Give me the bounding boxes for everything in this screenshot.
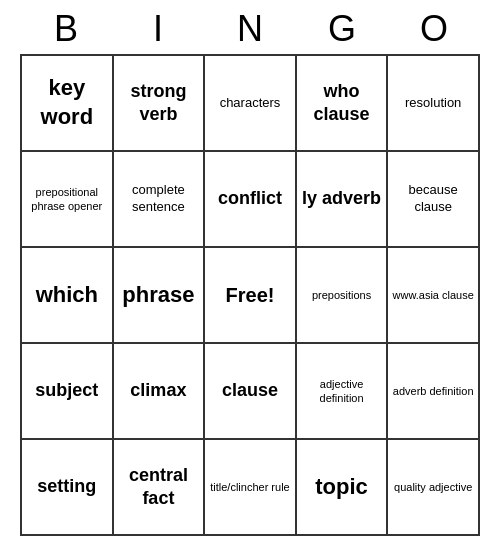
bingo-cell-2-1[interactable]: phrase	[114, 248, 206, 344]
bingo-cell-0-2[interactable]: characters	[205, 56, 297, 152]
bingo-cell-3-2[interactable]: clause	[205, 344, 297, 440]
bingo-row-1: prepositional phrase openercomplete sent…	[22, 152, 480, 248]
bingo-grid: key wordstrong verbcharacterswho clauser…	[20, 54, 480, 536]
bingo-header: B I N G O	[20, 0, 480, 54]
letter-o: O	[392, 8, 476, 50]
bingo-cell-3-4[interactable]: adverb definition	[388, 344, 480, 440]
bingo-cell-0-3[interactable]: who clause	[297, 56, 389, 152]
bingo-cell-1-0[interactable]: prepositional phrase opener	[22, 152, 114, 248]
bingo-cell-4-4[interactable]: quality adjective	[388, 440, 480, 536]
bingo-cell-4-3[interactable]: topic	[297, 440, 389, 536]
letter-b: B	[24, 8, 108, 50]
bingo-cell-3-1[interactable]: climax	[114, 344, 206, 440]
bingo-cell-1-4[interactable]: because clause	[388, 152, 480, 248]
bingo-cell-0-1[interactable]: strong verb	[114, 56, 206, 152]
letter-n: N	[208, 8, 292, 50]
bingo-cell-3-0[interactable]: subject	[22, 344, 114, 440]
bingo-cell-1-3[interactable]: ly adverb	[297, 152, 389, 248]
letter-g: G	[300, 8, 384, 50]
letter-i: I	[116, 8, 200, 50]
bingo-cell-2-2[interactable]: Free!	[205, 248, 297, 344]
bingo-cell-2-0[interactable]: which	[22, 248, 114, 344]
bingo-row-0: key wordstrong verbcharacterswho clauser…	[22, 56, 480, 152]
bingo-cell-1-1[interactable]: complete sentence	[114, 152, 206, 248]
bingo-cell-1-2[interactable]: conflict	[205, 152, 297, 248]
bingo-cell-4-1[interactable]: central fact	[114, 440, 206, 536]
bingo-cell-2-3[interactable]: prepositions	[297, 248, 389, 344]
bingo-row-2: whichphraseFree!prepositionswww.asia cla…	[22, 248, 480, 344]
bingo-row-4: settingcentral facttitle/clincher ruleto…	[22, 440, 480, 536]
bingo-cell-0-4[interactable]: resolution	[388, 56, 480, 152]
bingo-row-3: subjectclimaxclauseadjective definitiona…	[22, 344, 480, 440]
bingo-cell-0-0[interactable]: key word	[22, 56, 114, 152]
bingo-cell-4-0[interactable]: setting	[22, 440, 114, 536]
bingo-cell-2-4[interactable]: www.asia clause	[388, 248, 480, 344]
bingo-cell-3-3[interactable]: adjective definition	[297, 344, 389, 440]
bingo-cell-4-2[interactable]: title/clincher rule	[205, 440, 297, 536]
